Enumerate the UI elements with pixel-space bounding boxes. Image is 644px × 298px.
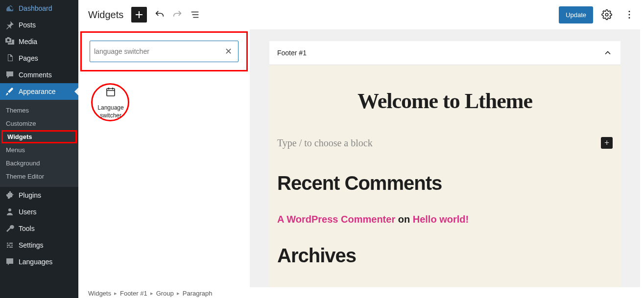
wrench-icon (5, 224, 15, 233)
svg-point-1 (605, 13, 608, 16)
menu-label: Posts (19, 21, 36, 29)
page-icon (5, 53, 15, 63)
prompt-text: Type / to choose a block (277, 138, 373, 149)
sidebar-item-languages[interactable]: Languages (0, 253, 78, 270)
crumb[interactable]: Footer #1 (120, 290, 147, 297)
add-block-button[interactable] (131, 7, 147, 23)
crumb[interactable]: Widgets (88, 290, 111, 297)
sidebar-item-settings[interactable]: Settings (0, 237, 78, 253)
menu-label: Comments (19, 71, 52, 79)
settings-button[interactable] (599, 7, 615, 23)
menu-label: Settings (19, 241, 44, 249)
page-title: Widgets (88, 9, 123, 21)
crumb-sep-icon: ▸ (150, 290, 153, 297)
submenu-widgets[interactable]: Widgets (1, 130, 77, 143)
sliders-icon (5, 240, 15, 250)
welcome-heading: Welcome to Ltheme (277, 89, 613, 114)
recent-comments-heading: Recent Comments (277, 172, 613, 194)
clear-search-icon[interactable]: ✕ (223, 44, 234, 59)
sidebar-item-pages[interactable]: Pages (0, 50, 78, 67)
menu-label: Dashboard (19, 4, 52, 12)
comment-on-text: on (395, 214, 413, 225)
editor-toolbar: Widgets Update (78, 0, 644, 29)
menu-label: Pages (19, 54, 38, 62)
archives-heading: Archives (277, 245, 613, 267)
widget-area-footer1: Footer #1 Welcome to Ltheme Type / to ch… (269, 41, 620, 293)
highlight-circle (91, 83, 129, 121)
menu-label: Plugins (19, 191, 41, 199)
comment-post-link[interactable]: Hello world! (413, 214, 469, 225)
appearance-submenu: Themes Customize Widgets Menus Backgroun… (0, 100, 78, 187)
crumb-sep-icon: ▸ (177, 290, 180, 297)
sidebar-item-comments[interactable]: Comments (0, 67, 78, 83)
crumb[interactable]: Paragraph (183, 290, 213, 297)
sidebar-item-media[interactable]: Media (0, 33, 78, 50)
sidebar-item-plugins[interactable]: Plugins (0, 187, 78, 204)
preview-area: Footer #1 Welcome to Ltheme Type / to ch… (250, 29, 640, 293)
crumb[interactable]: Group (156, 290, 174, 297)
block-inserter-panel: ✕ Language switcher (78, 29, 250, 293)
user-icon (5, 207, 15, 217)
list-view-button[interactable] (187, 7, 203, 23)
more-button[interactable] (621, 7, 637, 23)
commenter-link[interactable]: A WordPress Commenter (277, 214, 395, 225)
menu-label: Users (19, 208, 37, 216)
svg-point-3 (629, 14, 630, 16)
submenu-themes[interactable]: Themes (0, 104, 78, 117)
submenu-background[interactable]: Background (0, 157, 78, 170)
submenu-customize[interactable]: Customize (0, 117, 78, 130)
sidebar-item-appearance[interactable]: Appearance (0, 83, 78, 100)
submenu-menus[interactable]: Menus (0, 143, 78, 157)
menu-label: Languages (19, 258, 52, 266)
search-input[interactable] (94, 47, 223, 55)
svg-point-2 (629, 11, 630, 12)
lang-icon (5, 257, 15, 267)
chevron-up-icon (603, 48, 613, 58)
admin-sidebar: Dashboard Posts Media Pages Comments App… (0, 0, 78, 298)
menu-label: Tools (19, 225, 35, 232)
pin-icon (5, 20, 15, 30)
plugin-icon (5, 190, 15, 200)
comment-icon (5, 70, 15, 80)
sidebar-item-tools[interactable]: Tools (0, 220, 78, 237)
brush-icon (5, 87, 15, 96)
search-box[interactable]: ✕ (90, 41, 239, 62)
breadcrumb: Widgets ▸ Footer #1 ▸ Group ▸ Paragraph (78, 287, 644, 298)
widget-area-header[interactable]: Footer #1 (269, 41, 620, 65)
widget-area-title: Footer #1 (277, 49, 307, 57)
sidebar-item-dashboard[interactable]: Dashboard (0, 0, 78, 17)
inline-add-block-button[interactable]: + (601, 137, 613, 149)
submenu-theme-editor[interactable]: Theme Editor (0, 170, 78, 183)
sidebar-item-users[interactable]: Users (0, 204, 78, 220)
block-prompt[interactable]: Type / to choose a block + (277, 137, 613, 149)
svg-point-4 (629, 17, 630, 19)
menu-label: Media (19, 38, 37, 46)
sidebar-item-posts[interactable]: Posts (0, 17, 78, 33)
undo-button[interactable] (152, 7, 167, 23)
menu-label: Appearance (19, 88, 56, 95)
recent-comment-entry: A WordPress Commenter on Hello world! (277, 214, 613, 225)
redo-button[interactable] (169, 7, 185, 23)
media-icon (5, 37, 15, 46)
svg-point-0 (8, 208, 11, 211)
dashboard-icon (5, 3, 15, 13)
crumb-sep-icon: ▸ (114, 290, 117, 297)
block-language-switcher[interactable]: Language switcher (86, 79, 135, 126)
update-button[interactable]: Update (559, 6, 593, 23)
